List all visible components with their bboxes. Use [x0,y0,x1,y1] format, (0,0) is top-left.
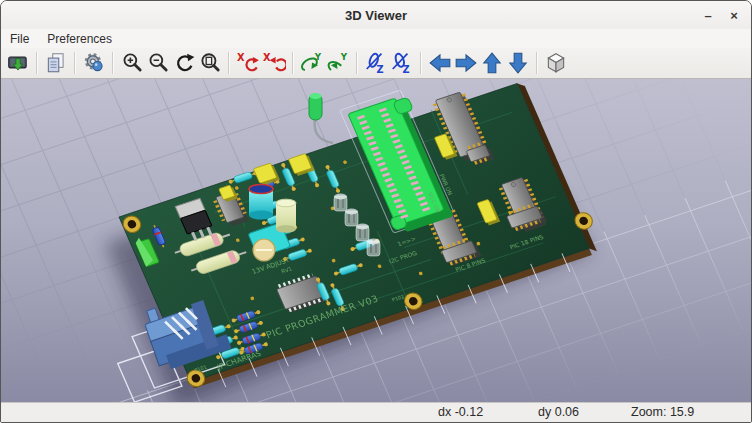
rotate-y-cw-icon: Y [300,51,324,75]
rotate-x-ccw-button[interactable]: X [261,50,287,76]
minimize-button[interactable]: – [695,1,721,29]
arrow-down-icon [506,51,530,75]
led-transparent [334,194,347,212]
3d-viewport[interactable]: PIC PROGRAMMER V03 JP-CHARRAS 13V ADJUST… [1,79,751,402]
rotate-z-cw-icon: Z [364,51,388,75]
svg-text:X: X [263,52,271,63]
move-left-button[interactable] [427,50,453,76]
close-button[interactable]: × [721,1,747,29]
gear-icon [82,51,106,75]
copy-icon [44,51,68,75]
toolbar: X X Y Y [1,48,751,79]
rotate-x-cw-button[interactable]: X [235,50,261,76]
pcb-3d-scene: PIC PROGRAMMER V03 JP-CHARRAS 13V ADJUST… [1,79,751,402]
arrow-left-icon [428,51,452,75]
arrow-up-icon [480,51,504,75]
svg-text:Y: Y [340,52,348,62]
status-dy: dy 0.06 [538,405,579,419]
move-up-button[interactable] [479,50,505,76]
led-transparent [356,224,369,242]
toolbar-separator [36,52,38,74]
rotate-z-ccw-button[interactable]: Z [389,50,415,76]
zoom-out-icon [146,51,170,75]
move-right-button[interactable] [453,50,479,76]
redraw-icon [172,51,196,75]
move-down-button[interactable] [505,50,531,76]
title-bar[interactable]: 3D Viewer – × [1,1,751,30]
svg-text:X: X [237,52,245,63]
rotate-z-ccw-icon: Z [390,51,414,75]
toolbar-separator [228,52,230,74]
capacitor-cyan-large [249,185,273,220]
capacitor-cream-upright [276,199,296,233]
render-options-button[interactable] [81,50,107,76]
svg-text:Z: Z [403,64,410,75]
zoom-fit-button[interactable] [197,50,223,76]
rotate-y-ccw-icon: Y [326,51,350,75]
ortho-view-button[interactable] [543,50,569,76]
zoom-in-button[interactable] [119,50,145,76]
zoom-in-icon [120,51,144,75]
reload-board-button[interactable] [5,50,31,76]
reload-board-icon [6,51,30,75]
toolbar-separator [292,52,294,74]
trimmer-knob [253,239,275,261]
copy-image-button[interactable] [43,50,69,76]
status-zoom: Zoom: 15.9 [631,405,694,419]
svg-text:Y: Y [314,52,322,62]
arrow-right-icon [454,51,478,75]
toolbar-separator [420,52,422,74]
menu-preferences[interactable]: Preferences [38,29,121,48]
toolbar-separator [112,52,114,74]
led-transparent [367,239,380,257]
led-transparent [345,209,358,227]
rotate-y-cw-button[interactable]: Y [299,50,325,76]
toolbar-separator [536,52,538,74]
rotate-y-ccw-button[interactable]: Y [325,50,351,76]
menu-file[interactable]: File [1,29,38,48]
rotate-z-cw-button[interactable]: Z [363,50,389,76]
ortho-cube-icon [544,51,568,75]
rotate-x-cw-icon: X [236,51,260,75]
menu-bar: File Preferences [1,29,751,49]
svg-text:Z: Z [377,64,384,75]
rotate-x-ccw-icon: X [262,51,286,75]
toolbar-separator [74,52,76,74]
status-dx: dx -0.12 [438,405,483,419]
window-title: 3D Viewer [345,8,407,23]
zoom-fit-icon [198,51,222,75]
status-bar: dx -0.12 dy 0.06 Zoom: 15.9 [1,402,751,423]
toolbar-separator [356,52,358,74]
3d-viewer-window: 3D Viewer – × File Preferences [0,0,752,423]
zoom-out-button[interactable] [145,50,171,76]
redraw-button[interactable] [171,50,197,76]
